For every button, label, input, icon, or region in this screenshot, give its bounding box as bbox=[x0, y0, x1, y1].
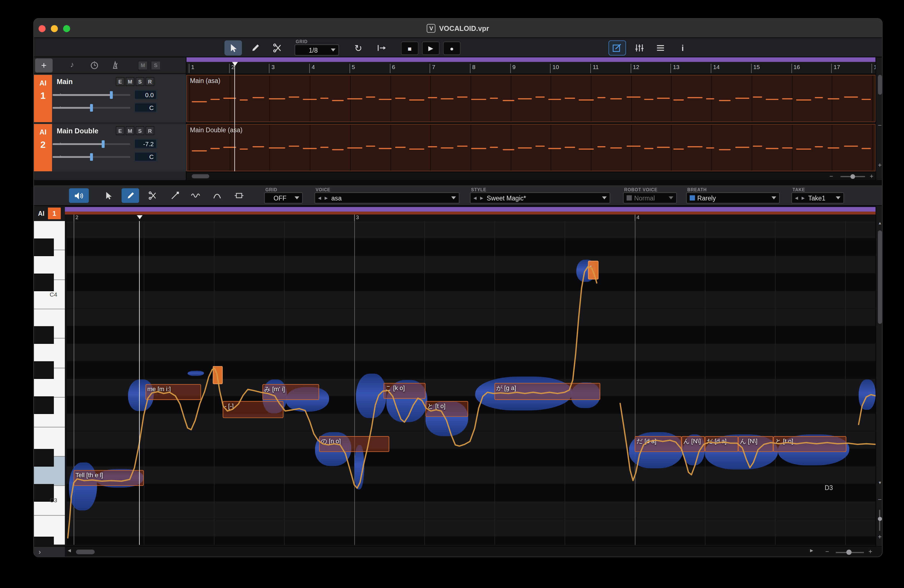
bar-number[interactable]: 18 bbox=[871, 64, 876, 73]
note[interactable]: ん [N\] bbox=[738, 436, 773, 452]
track-1-mute-button[interactable]: M bbox=[125, 77, 134, 86]
pencil-tool-button[interactable] bbox=[122, 188, 139, 203]
piano-key-black[interactable] bbox=[34, 239, 54, 256]
editor-bar-number[interactable]: 3 bbox=[354, 215, 359, 221]
vzoom-slider-thumb[interactable] bbox=[878, 517, 882, 521]
tab-ai-1[interactable]: AI 1 bbox=[34, 206, 65, 221]
scroll-right-button[interactable]: ▶ bbox=[810, 548, 813, 553]
editor-loop-range-bar[interactable] bbox=[65, 207, 876, 212]
breath-dropdown[interactable]: Rarely bbox=[686, 192, 779, 204]
editor-region-bar[interactable] bbox=[65, 212, 876, 215]
master-solo-button[interactable]: S bbox=[151, 61, 161, 70]
bar-number[interactable]: 9 bbox=[510, 64, 515, 73]
curve-tool-button[interactable] bbox=[208, 188, 226, 203]
scissors-tool-button[interactable] bbox=[269, 40, 286, 56]
expand-panel-button[interactable]: › bbox=[34, 547, 65, 557]
hzoom-slider-thumb[interactable] bbox=[846, 550, 852, 555]
piano-key-black[interactable] bbox=[34, 397, 54, 414]
hscroll-thumb[interactable] bbox=[192, 174, 209, 179]
track-strip-1[interactable]: AI1 Main E M S R › 0.0 › C bbox=[34, 75, 186, 122]
scroll-left-button[interactable]: ◀ bbox=[68, 548, 71, 553]
note[interactable]: me [m i:] bbox=[145, 384, 201, 400]
arrangement-hscrollbar[interactable]: − + bbox=[186, 172, 876, 180]
track-1-pan-slider[interactable] bbox=[52, 107, 130, 109]
vscroll-thumb[interactable] bbox=[878, 230, 882, 324]
note[interactable]: の [n o] bbox=[319, 436, 389, 452]
master-mute-button[interactable]: M bbox=[138, 61, 148, 70]
editor-hscroll-thumb[interactable] bbox=[76, 550, 95, 554]
next-icon[interactable]: ▶ bbox=[480, 196, 485, 200]
note-icon[interactable]: ♪ bbox=[70, 60, 74, 69]
prev-icon[interactable]: ◀ bbox=[473, 196, 478, 200]
list-button[interactable] bbox=[652, 40, 669, 56]
scroll-down-button[interactable]: ▼ bbox=[878, 481, 882, 485]
track-2-pan-slider[interactable] bbox=[52, 156, 130, 158]
track-1-pan-value[interactable]: C bbox=[134, 103, 157, 112]
piano-key-black[interactable] bbox=[34, 449, 54, 466]
editor-playhead-marker[interactable] bbox=[137, 215, 142, 220]
track-1-record-button[interactable]: R bbox=[145, 77, 155, 86]
pointer-tool-button[interactable] bbox=[100, 188, 117, 203]
pointer-tool-button[interactable] bbox=[224, 40, 242, 56]
bar-number[interactable]: 11 bbox=[590, 64, 599, 73]
track-1-volume-slider[interactable] bbox=[52, 94, 130, 96]
bar-number[interactable]: 6 bbox=[390, 64, 395, 73]
editor-bar-number[interactable]: 2 bbox=[74, 215, 79, 221]
editor-grid-dropdown[interactable]: OFF bbox=[264, 192, 303, 204]
zoom-in-button[interactable]: + bbox=[870, 172, 874, 180]
next-icon[interactable]: ▶ bbox=[324, 196, 329, 200]
bar-number[interactable]: 15 bbox=[751, 64, 760, 73]
bar-number[interactable]: 7 bbox=[430, 64, 435, 73]
grid-dropdown[interactable]: 1/8 bbox=[294, 44, 339, 56]
track-1-gain-value[interactable]: 0.0 bbox=[134, 90, 157, 100]
loop-button[interactable]: ↻ bbox=[349, 40, 367, 56]
voice-dropdown[interactable]: ◀▶ asa bbox=[315, 192, 460, 204]
bar-number[interactable]: 8 bbox=[470, 64, 476, 73]
track-2-name[interactable]: Main Double bbox=[57, 127, 98, 135]
note[interactable]: と [t o] bbox=[773, 436, 846, 452]
robot-voice-dropdown[interactable]: Normal bbox=[623, 192, 677, 204]
disclosure-icon[interactable]: › bbox=[60, 140, 62, 146]
stop-button[interactable]: ■ bbox=[401, 41, 419, 55]
vzoom-out-button[interactable]: − bbox=[878, 122, 882, 129]
zoom-out-button[interactable]: − bbox=[830, 172, 833, 180]
disclosure-icon[interactable]: › bbox=[60, 153, 62, 159]
hzoom-in-button[interactable]: + bbox=[869, 548, 872, 555]
disclosure-icon[interactable]: › bbox=[60, 91, 62, 97]
note-width-tool-button[interactable] bbox=[230, 188, 248, 203]
bar-number[interactable]: 13 bbox=[671, 64, 680, 73]
note[interactable]: - bbox=[588, 261, 599, 280]
note[interactable]: と [t o] bbox=[425, 401, 468, 417]
panel-divider[interactable] bbox=[34, 180, 883, 185]
track-2-region[interactable]: Main Double (asa) bbox=[186, 124, 876, 171]
track-2-mute-button[interactable]: M bbox=[125, 126, 134, 135]
note[interactable]: - [-] bbox=[223, 401, 283, 418]
scroll-up-button[interactable]: ▲ bbox=[878, 221, 882, 225]
piano-key-black[interactable] bbox=[34, 326, 54, 344]
prev-icon[interactable]: ◀ bbox=[318, 196, 322, 200]
bar-number[interactable]: 5 bbox=[349, 64, 355, 73]
note[interactable]: だ [d a] bbox=[635, 436, 682, 452]
disclosure-icon[interactable]: › bbox=[60, 104, 62, 110]
bar-number[interactable]: 10 bbox=[550, 64, 559, 73]
vzoom-out-button[interactable]: − bbox=[878, 496, 882, 503]
take-dropdown[interactable]: ◀▶ Take1 bbox=[791, 192, 844, 204]
note[interactable]: こ [k o] bbox=[384, 383, 425, 399]
piano-key-black[interactable] bbox=[34, 361, 54, 379]
track-1-name[interactable]: Main bbox=[57, 77, 73, 86]
track-2-e-button[interactable]: E bbox=[116, 126, 125, 135]
metronome-icon[interactable] bbox=[111, 61, 119, 70]
note[interactable]: が [g a] bbox=[495, 383, 601, 400]
play-button[interactable]: ▶ bbox=[422, 41, 439, 55]
arrangement-vscrollbar[interactable]: − + bbox=[876, 57, 883, 180]
note[interactable] bbox=[213, 366, 223, 384]
bar-number[interactable]: 3 bbox=[269, 64, 275, 73]
prev-icon[interactable]: ◀ bbox=[795, 196, 799, 200]
track-2-gain-value[interactable]: -7.2 bbox=[134, 139, 157, 149]
track-1-region[interactable]: Main (asa) bbox=[186, 75, 876, 122]
zoom-slider-thumb[interactable] bbox=[850, 174, 855, 179]
piano-key-black[interactable] bbox=[34, 537, 54, 545]
piano-key-black[interactable] bbox=[34, 273, 54, 291]
editor-vscrollbar[interactable]: ▲ ▼ − + bbox=[876, 206, 883, 546]
record-button[interactable]: ● bbox=[443, 41, 461, 55]
